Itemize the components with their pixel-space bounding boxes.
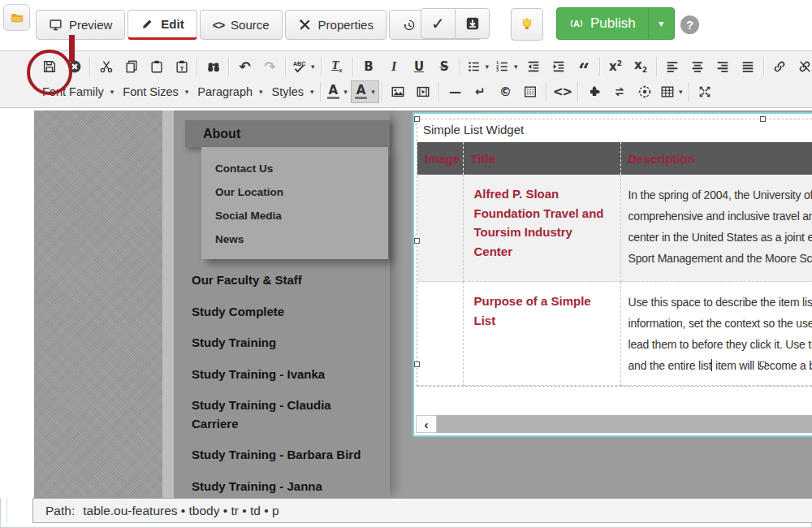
- broadcast-icon: [569, 16, 584, 31]
- align-right-button[interactable]: [710, 55, 736, 78]
- sidebar-submenu-item[interactable]: Our Location: [201, 180, 388, 204]
- toolbar-separator: [689, 82, 690, 102]
- editable-region[interactable]: Simple List Widget ImageTitleDescription…: [412, 112, 812, 437]
- simple-list-table[interactable]: ImageTitleDescription Alfred P. Sloan Fo…: [417, 142, 812, 386]
- toolbar-row-1: ↶↷▾TxBIUS▾▾“x2x2: [37, 54, 812, 79]
- description-line: comprehensive and inclusive travel and: [628, 206, 812, 227]
- sidebar-submenu-item[interactable]: News: [201, 227, 388, 251]
- insert-component-icon: [587, 84, 602, 99]
- insert-image-button[interactable]: [386, 80, 411, 103]
- align-left-button[interactable]: [660, 55, 685, 78]
- sidebar-link[interactable]: Study Training: [192, 334, 377, 353]
- align-justify-button[interactable]: [736, 55, 761, 78]
- redo-button[interactable]: ↷: [257, 55, 283, 78]
- copy-button[interactable]: [119, 55, 144, 78]
- tab-properties[interactable]: Properties: [285, 10, 387, 40]
- source-code-button[interactable]: <>: [550, 80, 575, 103]
- text-color-button[interactable]: A▾: [324, 80, 351, 103]
- insert-snippet-button[interactable]: [607, 80, 632, 103]
- source-code-icon: <>: [553, 86, 572, 98]
- font-sizes-button[interactable]: Font Sizes▾: [117, 80, 192, 103]
- resize-handle[interactable]: [414, 116, 420, 122]
- tab-preview[interactable]: Preview: [36, 10, 125, 40]
- check-in-button[interactable]: ✓: [421, 8, 456, 39]
- blockquote-button[interactable]: “: [572, 55, 597, 78]
- insert-component-button[interactable]: [581, 80, 607, 103]
- special-character-button[interactable]: ©: [493, 80, 518, 103]
- numbered-list-button[interactable]: ▾: [492, 55, 521, 78]
- table-button[interactable]: ▾: [657, 80, 686, 103]
- superscript-icon: x2: [609, 60, 622, 73]
- align-center-button[interactable]: [685, 55, 710, 78]
- publish-dropdown-button[interactable]: ▾: [648, 8, 674, 39]
- toolbar-separator: [320, 82, 322, 102]
- description-line: information, set the context so the user: [628, 313, 812, 334]
- remove-format-icon: Tx: [331, 59, 343, 74]
- resize-handle[interactable]: [414, 238, 420, 244]
- scrollbar-track[interactable]: [437, 415, 812, 433]
- widget-caption[interactable]: Simple List Widget: [417, 119, 812, 142]
- sidebar-link[interactable]: Study Training - Claudia Carriere: [192, 396, 377, 433]
- sidebar-link[interactable]: Study Training - Janna: [192, 478, 377, 496]
- background-color-button[interactable]: A▾: [351, 80, 379, 103]
- italic-button[interactable]: I: [382, 55, 407, 78]
- tab-label: Source: [231, 18, 270, 32]
- save-version-button[interactable]: [455, 8, 490, 39]
- cell-title[interactable]: Alfred P. Sloan Foundation Travel and To…: [463, 175, 620, 282]
- resize-handle[interactable]: [760, 361, 766, 367]
- sidebar-link[interactable]: Our Faculty & Staff: [192, 271, 377, 290]
- cut-button[interactable]: [93, 55, 119, 78]
- resize-handle[interactable]: [414, 361, 420, 367]
- indent-button[interactable]: [546, 55, 572, 78]
- table-row: Alfred P. Sloan Foundation Travel and To…: [417, 175, 812, 282]
- insert-form-button[interactable]: [518, 80, 543, 103]
- spellcheck-button[interactable]: ▾: [289, 55, 318, 78]
- table-row: Purpose of a Simple ListUse this space t…: [417, 282, 812, 386]
- horizontal-scrollbar[interactable]: ‹: [416, 415, 812, 433]
- resize-handle[interactable]: [760, 116, 766, 122]
- publish-button[interactable]: Publish: [557, 8, 648, 39]
- insert-asset-button[interactable]: [632, 80, 657, 103]
- sidebar-link[interactable]: Study Training - Ivanka: [192, 366, 377, 384]
- tab-source[interactable]: <> Source: [200, 10, 283, 40]
- strikethrough-button[interactable]: S: [432, 55, 457, 78]
- folder-button[interactable]: [3, 4, 30, 31]
- lightbulb-button[interactable]: [511, 8, 543, 41]
- paragraph-label: Paragraph: [195, 85, 255, 98]
- insert-link-button[interactable]: [767, 55, 793, 78]
- undo-button[interactable]: ↶: [232, 55, 257, 78]
- help-button[interactable]: ?: [680, 15, 699, 34]
- superscript-button[interactable]: x2: [603, 55, 628, 78]
- scroll-left-button[interactable]: ‹: [416, 415, 437, 433]
- fullscreen-button[interactable]: [693, 80, 718, 103]
- subscript-button[interactable]: x2: [628, 55, 654, 78]
- cell-description[interactable]: Use this space to describe the item list…: [620, 282, 812, 386]
- outdent-button[interactable]: [521, 55, 546, 78]
- paste-button[interactable]: [144, 55, 169, 78]
- cell-title[interactable]: Purpose of a Simple List: [463, 282, 620, 386]
- find-replace-button[interactable]: [201, 55, 226, 78]
- sidebar-submenu-item[interactable]: Contact Us: [201, 157, 388, 180]
- save-actions-group: ✓: [421, 8, 490, 39]
- styles-button[interactable]: Styles▾: [266, 80, 317, 103]
- paragraph-button[interactable]: Paragraph▾: [192, 80, 266, 103]
- tab-edit[interactable]: Edit: [127, 10, 197, 40]
- blockquote-icon: “: [578, 59, 590, 74]
- bold-button[interactable]: B: [356, 55, 382, 78]
- table-header-cell: Image: [417, 142, 463, 175]
- cell-image[interactable]: [417, 175, 463, 282]
- sidebar-link[interactable]: Study Complete: [192, 303, 377, 322]
- remove-format-button[interactable]: Tx: [325, 55, 350, 78]
- paste-as-text-button[interactable]: [169, 55, 194, 78]
- sidebar-submenu-item[interactable]: Social Media: [201, 204, 388, 227]
- line-break-button[interactable]: ↵: [468, 80, 493, 103]
- sidebar-link[interactable]: Study Training - Barbara Bird: [192, 446, 377, 465]
- bullet-list-button[interactable]: ▾: [464, 55, 493, 78]
- insert-media-button[interactable]: [411, 80, 436, 103]
- horizontal-rule-button[interactable]: —: [443, 80, 468, 103]
- cell-description[interactable]: In the spring of 2004, the University of…: [620, 175, 812, 282]
- underline-button[interactable]: U: [407, 55, 432, 78]
- unlink-button[interactable]: [793, 55, 812, 78]
- cell-image[interactable]: [417, 282, 463, 386]
- sidebar-about-header[interactable]: About: [185, 120, 390, 147]
